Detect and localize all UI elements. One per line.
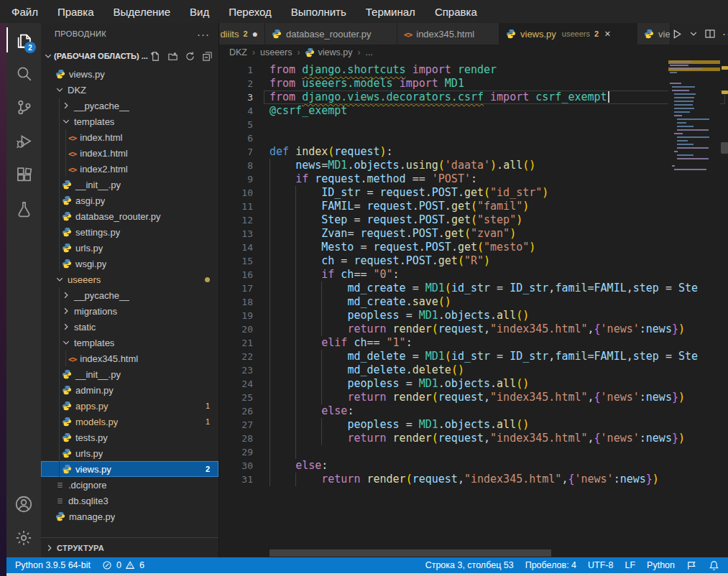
tree-item-static[interactable]: static: [41, 319, 218, 335]
activity-testing-button[interactable]: [6, 192, 41, 226]
code-line-8[interactable]: 8 news=MD1.objects.using('daata').all(): [219, 159, 728, 172]
code-line-19[interactable]: 19 peopless = MD1.objects.all(): [219, 309, 728, 322]
breadcrumb-item-4[interactable]: ...: [365, 47, 372, 57]
code-line-13[interactable]: 13 Zvan= request.POST.get("zvan"): [219, 227, 728, 241]
outline-section-header[interactable]: СТРУКТУРА: [41, 537, 218, 557]
code-line-6[interactable]: 6: [219, 131, 728, 145]
tab-index345-html[interactable]: <>index345.html: [397, 23, 499, 45]
code-line-11[interactable]: 11 FAMIL= request.POST.get("famil"): [219, 200, 728, 213]
code-line-28[interactable]: 28 return render(request,"index345.html"…: [219, 432, 728, 445]
code-line-20[interactable]: 20 return render(request,"index345.html"…: [219, 322, 728, 336]
tree-item--init-py[interactable]: __init__.py: [41, 177, 218, 192]
tree-item-settings-py[interactable]: settings.py: [41, 224, 218, 240]
tree-item-db-sqlite3[interactable]: db.sqlite3: [41, 493, 218, 508]
code-area[interactable]: 1from django.shortcuts import render2fro…: [219, 60, 728, 550]
status-feedback[interactable]: [686, 560, 697, 571]
tree-item--init-py[interactable]: __init__.py: [41, 366, 218, 382]
status-python-version[interactable]: Python 3.9.5 64-bit: [15, 560, 91, 570]
status-cursor-position[interactable]: Строка 3, столбец 53: [425, 560, 514, 570]
breadcrumb-item-2[interactable]: useeers: [260, 47, 292, 57]
code-line-22[interactable]: 22 md_delete = MD1(id_str = ID_str,famil…: [219, 350, 728, 363]
dirty-dot-icon[interactable]: ●: [252, 30, 258, 37]
tab-diiits[interactable]: diiits2●: [219, 23, 265, 45]
code-line-31[interactable]: 31 return render(request,"index345.html"…: [219, 473, 728, 486]
code-line-12[interactable]: 12 Step = request.POST.get("step"): [219, 213, 728, 227]
tree-item--pycache-[interactable]: __pycache__: [41, 287, 218, 303]
code-line-2[interactable]: 2from useeers.models import MD1: [219, 77, 728, 90]
tree-item-urls-py[interactable]: urls.py: [41, 240, 218, 256]
status-indentation[interactable]: Пробелов: 4: [525, 560, 576, 570]
vertical-scrollbar-thumb[interactable]: [721, 142, 727, 154]
activity-run-debug-button[interactable]: [6, 124, 41, 158]
code-line-27[interactable]: 27 peopless = MD1.objects.all(): [219, 418, 728, 432]
run-dropdown-icon[interactable]: [689, 29, 698, 38]
code-line-30[interactable]: 30 else:: [219, 459, 728, 473]
tree-item-models-py[interactable]: models.py1: [41, 414, 218, 429]
tree-item-wsgi-py[interactable]: wsgi.py: [41, 256, 218, 271]
code-line-15[interactable]: 15 ch = request.POST.get("R"): [219, 254, 728, 268]
tree-item-views-py[interactable]: views.py2: [41, 461, 218, 477]
menu-item-7[interactable]: Терминал: [366, 6, 415, 18]
code-line-16[interactable]: 16 if ch== "0":: [219, 268, 728, 282]
new-folder-icon[interactable]: [167, 51, 178, 62]
code-line-5[interactable]: 5: [219, 118, 728, 131]
collapse-all-icon[interactable]: [202, 51, 213, 62]
tree-item-useeers[interactable]: useeers: [41, 271, 218, 287]
split-editor-icon[interactable]: [704, 28, 716, 40]
menu-item-1[interactable]: Файл: [11, 6, 38, 18]
menu-item-5[interactable]: Переход: [229, 6, 272, 18]
tree-item-urls-py[interactable]: urls.py: [41, 445, 218, 461]
close-tab-icon[interactable]: ×: [604, 28, 610, 40]
tree-item-asgi-py[interactable]: asgi.py: [41, 192, 218, 208]
code-line-17[interactable]: 17 md_create = MD1(id_str = ID_str,famil…: [219, 282, 728, 295]
tree-item-views-py[interactable]: views.py: [41, 66, 218, 82]
code-line-18[interactable]: 18 md_create.save(): [219, 295, 728, 309]
new-file-icon[interactable]: [150, 51, 161, 62]
activity-extensions-button[interactable]: [6, 158, 41, 192]
tree-item--pycache-[interactable]: __pycache__: [41, 98, 218, 113]
tab-vie[interactable]: vie: [637, 23, 671, 45]
menu-item-6[interactable]: Выполнить: [291, 6, 346, 18]
breadcrumb-item-1[interactable]: DKZ: [229, 47, 247, 57]
status-eol[interactable]: LF: [625, 560, 635, 570]
status-notifications[interactable]: [709, 560, 719, 571]
menu-item-2[interactable]: Правка: [57, 6, 94, 18]
code-line-4[interactable]: 4@csrf_exempt: [219, 104, 728, 118]
code-line-29[interactable]: 29: [219, 445, 728, 459]
activity-settings-button[interactable]: [6, 521, 41, 554]
code-line-7[interactable]: 7def index(request):: [219, 145, 728, 159]
code-line-23[interactable]: 23 md_delete.delete(): [219, 363, 728, 377]
code-line-24[interactable]: 24 peopless = MD1.objects.all(): [219, 377, 728, 391]
sidebar-more-actions-icon[interactable]: ···: [197, 28, 210, 40]
code-line-10[interactable]: 10 ID_str = request.POST.get("id_str"): [219, 186, 728, 200]
code-line-21[interactable]: 21 elif ch== "1":: [219, 336, 728, 350]
status-language-mode[interactable]: Python: [647, 560, 675, 570]
activity-source-control-button[interactable]: [6, 90, 41, 124]
tree-item-index2-html[interactable]: <>index2.html: [41, 161, 218, 177]
tree-item-apps-py[interactable]: apps.py1: [41, 398, 218, 414]
menu-item-3[interactable]: Выделение: [114, 6, 170, 18]
horizontal-scrollbar-thumb[interactable]: [269, 549, 551, 557]
menu-item-8[interactable]: Справка: [435, 6, 477, 18]
tab-views-py[interactable]: views.pyuseeers2×: [499, 23, 637, 45]
tree-item-index1-html[interactable]: <>index1.html: [41, 145, 218, 161]
code-line-14[interactable]: 14 Mesto = request.POST.get("mesto"): [219, 241, 728, 254]
breadcrumb-item-3[interactable]: views.py: [305, 47, 352, 57]
minimap[interactable]: [668, 60, 720, 172]
tree-item-migrations[interactable]: migrations: [41, 303, 218, 319]
tree-item--dcignore[interactable]: .dcignore: [41, 477, 218, 493]
run-icon[interactable]: [671, 28, 683, 40]
code-line-3[interactable]: 3from django.views.decorators.csrf impor…: [219, 90, 728, 104]
tree-item-dkz[interactable]: DKZ: [41, 82, 218, 98]
code-line-25[interactable]: 25 return render(request,"index345.html"…: [219, 391, 728, 404]
tree-item-admin-py[interactable]: admin.py: [41, 382, 218, 398]
status-problems[interactable]: 06: [102, 560, 144, 570]
tree-item-manage-py[interactable]: manage.py: [41, 508, 218, 524]
activity-search-button[interactable]: [6, 57, 41, 90]
code-line-1[interactable]: 1from django.shortcuts import render: [219, 63, 728, 77]
tree-item-index345-html[interactable]: <>index345.html: [41, 350, 218, 366]
status-encoding[interactable]: UTF-8: [588, 560, 613, 570]
more-actions-icon[interactable]: ···: [722, 27, 728, 40]
menu-item-4[interactable]: Вид: [190, 6, 209, 18]
activity-account-button[interactable]: [6, 487, 41, 521]
